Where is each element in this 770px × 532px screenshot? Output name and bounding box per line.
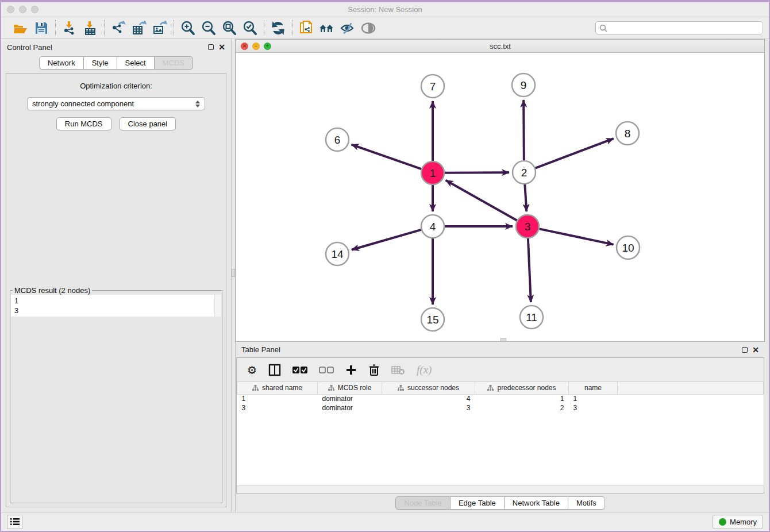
tab-node-table[interactable]: Node Table — [395, 496, 451, 510]
open-session-button[interactable] — [12, 20, 29, 36]
plus-icon — [345, 364, 357, 376]
column-header-filler — [618, 382, 764, 394]
column-hierarchy-icon — [252, 385, 259, 391]
control-panel: Control Panel ✕ NetworkStyleSelectMCDS O… — [1, 39, 231, 512]
right-column: ✕ − + scc.txt 1234678910111415 Table Pan… — [236, 39, 769, 512]
select-all-rows-button[interactable] — [292, 366, 307, 374]
eye-icon — [360, 21, 376, 35]
new-network-from-selection-button[interactable] — [298, 20, 315, 36]
close-table-panel-icon[interactable]: ✕ — [752, 347, 759, 353]
tab-motifs[interactable]: Motifs — [568, 496, 605, 510]
tab-network[interactable]: Network — [39, 56, 84, 70]
tab-edge-table[interactable]: Edge Table — [451, 496, 505, 510]
tab-style[interactable]: Style — [84, 56, 117, 70]
network-canvas[interactable]: 1234678910111415 — [236, 53, 764, 341]
tab-network-table[interactable]: Network Table — [505, 496, 568, 510]
network-maximize-icon[interactable]: + — [264, 43, 271, 50]
panel-splitter[interactable] — [231, 39, 236, 512]
list-icon — [10, 518, 20, 526]
zoom-in-button[interactable] — [179, 20, 197, 36]
add-column-button[interactable] — [345, 364, 357, 376]
save-session-button[interactable] — [33, 20, 50, 36]
splitter-grip[interactable] — [232, 269, 235, 277]
table-cell[interactable]: 3 — [382, 403, 475, 413]
network-close-icon[interactable]: ✕ — [241, 43, 248, 50]
format-columns-button[interactable] — [268, 364, 281, 376]
import-network-button[interactable] — [61, 20, 78, 36]
eye-slash-icon — [340, 21, 356, 35]
export-network-button[interactable] — [110, 20, 127, 36]
graph-edge-1-2[interactable] — [445, 172, 509, 173]
memory-button[interactable]: Memory — [713, 515, 763, 529]
graph-edge-4-14[interactable] — [352, 230, 421, 250]
show-hidden-button[interactable] — [360, 20, 377, 36]
float-panel-icon[interactable] — [208, 44, 214, 50]
table-cell[interactable]: 1 — [475, 394, 569, 403]
table-cell[interactable]: 2 — [475, 403, 569, 413]
show-panels-button[interactable] — [7, 515, 22, 529]
control-panel-title: Control Panel — [7, 43, 52, 52]
graph-node-label-6: 6 — [334, 134, 341, 146]
table-cell[interactable]: 1 — [237, 394, 318, 403]
graph-edge-3-11[interactable] — [528, 238, 531, 302]
result-scrollbar[interactable] — [214, 295, 221, 317]
export-image-icon — [152, 21, 167, 36]
graph-edge-3-10[interactable] — [540, 229, 614, 244]
import-table-button[interactable] — [82, 20, 99, 36]
column-header-name[interactable]: name — [569, 382, 618, 394]
close-panel-button[interactable]: Close panel — [120, 117, 176, 130]
graph-edge-2-3[interactable] — [525, 184, 526, 211]
save-icon — [34, 21, 48, 35]
table-cell[interactable]: 4 — [382, 394, 475, 403]
column-header-successor-nodes[interactable]: successor nodes — [382, 382, 475, 394]
column-header-shared-name[interactable]: shared name — [237, 382, 318, 394]
run-mcds-button[interactable]: Run MCDS — [56, 117, 111, 130]
float-table-panel-icon[interactable] — [742, 347, 748, 353]
deselect-all-rows-button[interactable] — [319, 366, 334, 374]
column-hierarchy-icon — [328, 385, 334, 391]
search-input[interactable] — [610, 24, 759, 32]
export-table-button[interactable] — [130, 20, 148, 36]
graph-edge-1-6[interactable] — [352, 145, 422, 169]
table-container: ⚙ f(x) shared nameMCDS rolesuccessor nod… — [236, 357, 764, 494]
table-settings-button[interactable]: ⚙ — [247, 364, 257, 376]
table-cell[interactable]: 3 — [569, 403, 618, 413]
zoom-selected-button[interactable] — [241, 20, 259, 36]
network-window: ✕ − + scc.txt 1234678910111415 — [236, 39, 765, 342]
table-horizontal-scrollbar[interactable] — [237, 485, 764, 493]
search-box[interactable] — [595, 21, 763, 34]
maximize-window-icon[interactable] — [31, 6, 38, 13]
column-header-MCDS-role[interactable]: MCDS role — [318, 382, 382, 394]
column-header-predecessor-nodes[interactable]: predecessor nodes — [475, 382, 569, 394]
graph-edge-2-8[interactable] — [536, 138, 614, 168]
hide-selected-button[interactable] — [339, 20, 356, 36]
table-row[interactable]: 3dominator323 — [237, 403, 764, 413]
table-cell[interactable]: dominator — [318, 403, 382, 413]
control-panel-header: Control Panel ✕ — [1, 39, 231, 55]
graph-edge-3-1[interactable] — [446, 180, 517, 221]
graph-node-label-15: 15 — [426, 314, 438, 326]
first-neighbors-button[interactable] — [318, 20, 336, 36]
minimize-window-icon[interactable] — [19, 6, 26, 13]
zoom-out-button[interactable] — [200, 20, 217, 36]
table-cell[interactable]: dominator — [318, 394, 382, 403]
delete-column-button[interactable] — [368, 364, 380, 376]
criterion-select[interactable]: strongly connected component — [27, 97, 205, 110]
tab-mcds[interactable]: MCDS — [155, 56, 193, 70]
tab-select[interactable]: Select — [117, 56, 155, 70]
function-builder-button: f(x) — [417, 364, 432, 376]
close-window-icon[interactable] — [7, 6, 14, 13]
open-folder-icon — [13, 22, 28, 34]
network-minimize-icon[interactable]: − — [252, 43, 260, 50]
apply-layout-button[interactable] — [270, 20, 287, 36]
table-row[interactable]: 1dominator411 — [237, 394, 764, 403]
export-image-button[interactable] — [151, 20, 168, 36]
select-stepper-icon — [195, 101, 200, 107]
close-panel-icon[interactable]: ✕ — [218, 44, 225, 50]
horizontal-splitter-grip[interactable] — [500, 338, 506, 342]
graph-edge-2-9[interactable] — [523, 100, 524, 160]
graph-node-label-10: 10 — [622, 242, 634, 254]
table-cell[interactable]: 3 — [237, 403, 318, 413]
zoom-fit-button[interactable] — [221, 20, 238, 36]
table-cell[interactable]: 1 — [569, 394, 618, 403]
